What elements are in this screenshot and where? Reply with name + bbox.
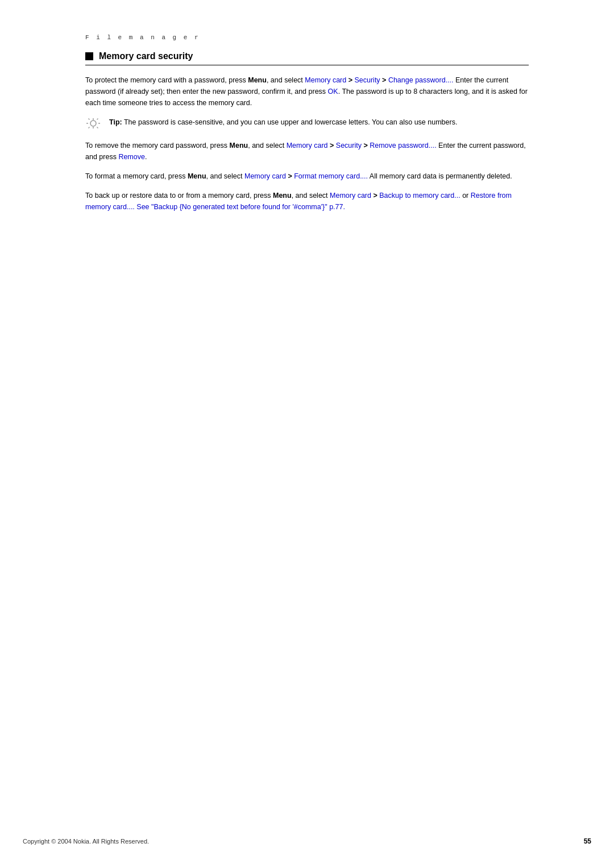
para1-link-ok[interactable]: OK [328,88,338,95]
footer-page-number: 55 [584,837,591,845]
tip-box: Tip: The password is case-sensitive, and… [85,117,529,132]
para3-text3: All memory card data is permanently dele… [368,172,512,180]
tip-content: The password is case-sensitive, and you … [122,118,458,126]
para3-text2: , and select [206,172,244,180]
section-heading: Memory card security [85,51,529,65]
svg-line-8 [89,127,90,128]
tip-text: Tip: The password is case-sensitive, and… [109,117,457,128]
para2-arrow2: > [362,142,370,149]
paragraph-2: To remove the memory card password, pres… [85,140,529,163]
page-title: Memory card security [99,51,193,61]
para4-text2: , and select [292,192,330,200]
para1-link-memory-card[interactable]: Memory card [305,76,346,84]
para3-text1: To format a memory card, press [85,172,188,180]
para1-bold-menu: Menu [248,76,267,84]
heading-square-icon [85,52,93,60]
para4-link-backup[interactable]: Backup to memory card... [379,192,460,200]
para3-bold-menu: Menu [188,172,206,180]
para2-arrow1: > [328,142,336,149]
para1-arrow2: > [380,76,388,84]
svg-point-0 [90,121,96,126]
para4-arrow1: > [371,192,379,200]
para2-link-remove[interactable]: Remove [118,153,145,161]
para1-text1: To protect the memory card with a passwo… [85,76,248,84]
paragraph-3: To format a memory card, press Menu, and… [85,171,529,182]
paragraph-1: To protect the memory card with a passwo… [85,74,529,109]
para2-text1: To remove the memory card password, pres… [85,142,230,149]
svg-line-5 [89,119,90,120]
para2-text2: , and select [248,142,286,149]
para4-bold-menu: Menu [273,192,292,200]
para3-link-memory-card[interactable]: Memory card [244,172,286,180]
svg-line-6 [97,127,98,128]
para4-text1: To back up or restore data to or from a … [85,192,273,200]
para2-link-security[interactable]: Security [336,142,362,149]
footer-copyright: Copyright © 2004 Nokia. All Rights Reser… [23,838,149,845]
para1-arrow1: > [346,76,354,84]
para1-text2: , and select [267,76,305,84]
para2-link-remove-password[interactable]: Remove password.... [370,142,436,149]
para4-text3: or [460,192,471,200]
file-manager-label: F i l e m a n a g e r [85,34,529,41]
footer: Copyright © 2004 Nokia. All Rights Reser… [0,837,614,845]
para4-link-memory-card[interactable]: Memory card [330,192,371,200]
para4-link-see-backup[interactable]: See "Backup {No generated text before fo… [136,203,345,211]
svg-line-7 [97,119,98,120]
para3-link-format-memory-card[interactable]: Format memory card.... [294,172,368,180]
para2-period: . [145,153,147,161]
para2-bold-menu: Menu [230,142,248,149]
page-container: F i l e m a n a g e r Memory card securi… [63,0,551,266]
para1-link-security[interactable]: Security [354,76,380,84]
para1-link-change-password[interactable]: Change password.... [388,76,454,84]
paragraph-4: To back up or restore data to or from a … [85,190,529,213]
para2-link-memory-card[interactable]: Memory card [287,142,328,149]
para3-arrow1: > [286,172,294,180]
tip-label: Tip: [109,118,122,126]
tip-icon [85,117,102,132]
